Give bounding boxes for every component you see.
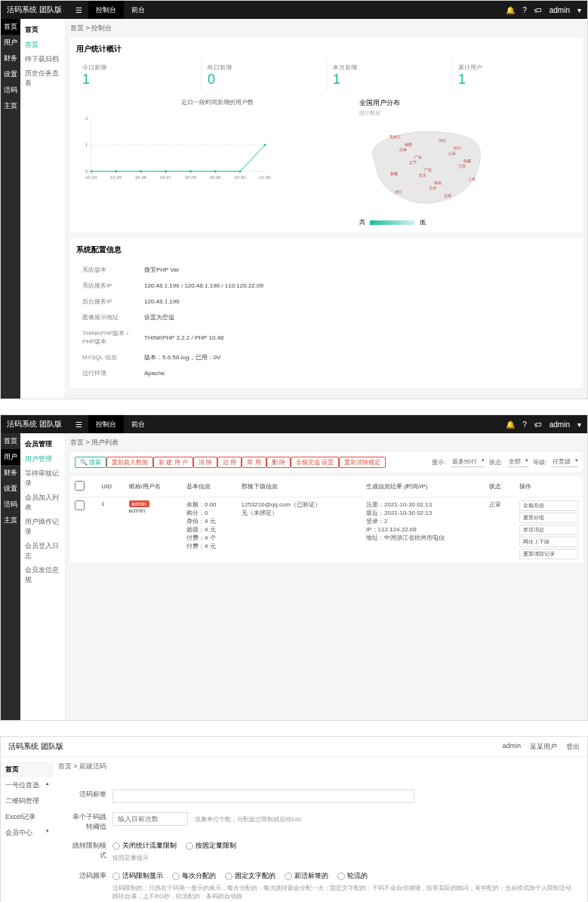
legend-high: 高 <box>359 218 365 226</box>
toolbar-button[interactable]: 重新清除规定 <box>339 457 386 468</box>
radio-option[interactable]: 按固定量限制 <box>186 841 236 851</box>
brand: 活码系统 团队版 <box>7 5 62 15</box>
svg-point-12 <box>239 171 242 173</box>
svg-text:吉林: 吉林 <box>399 147 407 152</box>
bell-icon[interactable]: 🔔 <box>506 6 515 14</box>
username: admin <box>129 507 146 514</box>
top-link-user[interactable]: 某某用户 <box>530 742 557 752</box>
user-menu[interactable]: admin <box>550 420 570 429</box>
nav-user[interactable]: 用户 <box>1 35 20 51</box>
nav-finance[interactable]: 财务 <box>1 51 20 66</box>
top-link-admin[interactable]: admin <box>502 742 521 752</box>
sidenav-item[interactable]: 会员中心▾ <box>1 825 54 841</box>
nav-livecode[interactable]: 活码 <box>1 82 20 98</box>
radio-option[interactable]: 轮流的 <box>337 871 368 881</box>
nav-settings[interactable]: 设置 <box>1 66 20 82</box>
nav-main[interactable]: 主页 <box>1 513 20 528</box>
map-legend: 高 低 <box>359 218 577 226</box>
svg-point-9 <box>165 171 167 173</box>
row-action[interactable]: 发送消息 <box>519 525 578 535</box>
chevron-down-icon[interactable]: ▾ <box>577 6 581 14</box>
sidenav-item[interactable]: Excel记录 <box>1 809 54 825</box>
chevron-down-icon[interactable]: ▾ <box>577 420 581 429</box>
svg-text:10-29: 10-29 <box>209 175 221 180</box>
subnav-item[interactable]: 用户操作记录 <box>20 515 65 539</box>
toolbar-button[interactable]: 禁 用 <box>242 457 266 468</box>
subnav-item[interactable]: 会员加入列表 <box>20 491 65 515</box>
toolbar-button[interactable]: 重新载入数据 <box>106 457 153 468</box>
sysinfo-val: 设置为空值 <box>140 310 575 325</box>
toolbar-button[interactable]: 清 除 <box>193 457 217 468</box>
toolbar-button[interactable]: 启 用 <box>217 457 242 468</box>
filter-show-select[interactable]: 最多50行 <box>451 457 485 467</box>
nav-home[interactable]: 首页 <box>1 19 20 35</box>
topbar: 活码系统 团队版 ☰ 控制台 前台 🔔 ? 🏷 admin ▾ <box>1 1 587 19</box>
svg-point-10 <box>189 171 192 173</box>
bell-icon[interactable]: 🔔 <box>506 420 515 429</box>
hamburger-icon[interactable]: ☰ <box>75 420 82 429</box>
sidenav-header: 首页 <box>1 762 54 777</box>
subnav-item[interactable]: 用户管理 <box>20 452 65 466</box>
hamburger-icon[interactable]: ☰ <box>75 6 82 14</box>
nav-settings[interactable]: 设置 <box>1 481 20 497</box>
radio-option[interactable]: 活码限制显示 <box>112 871 163 881</box>
input-name[interactable] <box>112 790 414 803</box>
china-map: 全国用户分布 统计数据 黑龙江吉林辽宁北京天津河北山东江苏上海浙江福建广东广西海… <box>359 98 577 226</box>
topbar: 活码系统 团队版 admin 某某用户 登出 <box>1 737 587 757</box>
subnav-item[interactable]: 等待审核记录 <box>20 466 65 491</box>
svg-text:河北: 河北 <box>439 138 446 143</box>
tab-front[interactable]: 前台 <box>124 415 152 433</box>
tag-icon[interactable]: 🏷 <box>534 6 542 14</box>
row-checkbox[interactable] <box>75 500 85 510</box>
tab-console[interactable]: 控制台 <box>88 1 124 19</box>
sysinfo-table: 系统版本微宝PHP Ver系统服务IP120.48.1.196 / 120.48… <box>76 261 577 382</box>
subnav-item[interactable]: 待下载归档 <box>20 52 65 66</box>
nav-home[interactable]: 首页 <box>1 433 20 449</box>
toolbar-button[interactable]: 删 除 <box>266 457 291 468</box>
nav-livecode[interactable]: 活码 <box>1 497 20 513</box>
sidenav-item[interactable]: 二维码管理 <box>1 793 54 809</box>
subnav-item[interactable]: 会员登入日志 <box>20 539 65 563</box>
radio-option[interactable]: 固定文字配的 <box>225 871 276 881</box>
svg-text:上海: 上海 <box>468 177 476 181</box>
top-link-logout[interactable]: 登出 <box>566 742 580 752</box>
checkbox-all[interactable] <box>75 481 85 491</box>
help-icon[interactable]: ? <box>522 6 527 14</box>
tag-icon[interactable]: 🏷 <box>534 420 542 429</box>
svg-text:黑龙江: 黑龙江 <box>389 134 401 139</box>
radio-option[interactable]: 关闭统计流量限制 <box>112 841 177 851</box>
tab-front[interactable]: 前台 <box>124 1 152 19</box>
column-header: 生成信息结果 (时间/IP) <box>362 476 485 497</box>
radio-icon <box>225 873 232 880</box>
toolbar-button[interactable]: 金额充值 设置 <box>291 457 339 468</box>
input-threshold[interactable] <box>112 812 188 826</box>
row-action[interactable]: 重新清除记录 <box>519 549 578 559</box>
row-action[interactable]: 网址上下级 <box>519 537 578 547</box>
radio-option[interactable]: 新活标签的 <box>285 871 328 881</box>
radio-option[interactable]: 每次分配的 <box>172 871 216 881</box>
column-header: UID <box>97 476 124 497</box>
help-icon[interactable]: ? <box>522 420 527 429</box>
toolbar-button[interactable]: 新 建 用 户 <box>153 457 193 468</box>
row-action[interactable]: 金额充值 <box>519 500 578 511</box>
nav-finance[interactable]: 财务 <box>1 465 20 481</box>
cell-push: 1253216@qq.com（已验证）无（未绑定） <box>237 497 362 563</box>
sidenav-item[interactable]: 一号位首选▴ <box>1 777 54 793</box>
nav-user[interactable]: 用户 <box>1 449 20 465</box>
filter-status-select[interactable]: 全部 <box>507 457 528 467</box>
subnav-item[interactable]: 历史任务查看 <box>20 66 65 91</box>
nav-main[interactable]: 主页 <box>1 98 20 114</box>
user-menu[interactable]: admin <box>550 6 570 14</box>
subnav-item[interactable]: 首页 <box>20 38 65 52</box>
filter-vip-select[interactable]: 任意级 <box>551 457 578 467</box>
svg-text:2: 2 <box>85 116 88 121</box>
subnav-item[interactable]: 会员发信息规 <box>20 563 65 587</box>
breadcrumb: 首页 > 新建活码 <box>58 762 583 771</box>
chevron-down-icon: ▾ <box>46 828 49 838</box>
stat-month: 本月新增 1 <box>327 60 452 91</box>
toolbar-button[interactable]: 🔍 搜索 <box>75 457 106 468</box>
table-row: 1 admin admin 余额：0.00购分：0身份：4 元超级：4 元付费：… <box>70 497 583 563</box>
row-action[interactable]: 重置分组 <box>519 513 578 523</box>
brand: 活码系统 团队版 <box>7 419 62 429</box>
tab-console[interactable]: 控制台 <box>88 415 124 433</box>
